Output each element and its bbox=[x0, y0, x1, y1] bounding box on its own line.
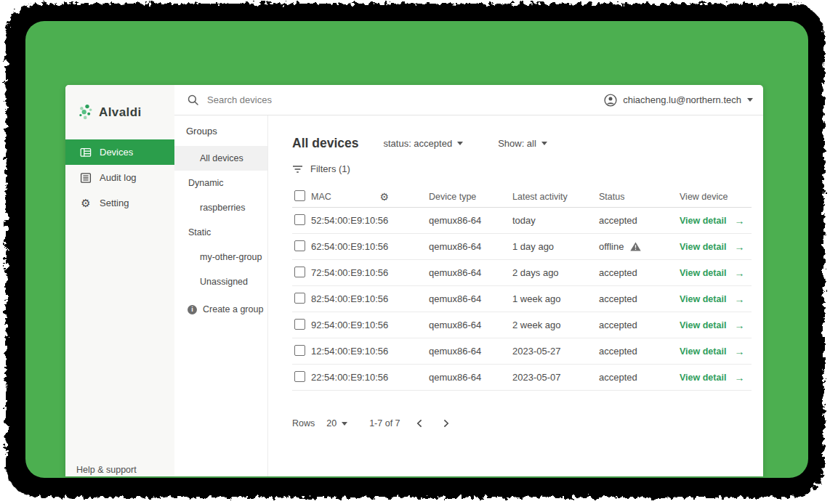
gear-icon: ⚙ bbox=[80, 198, 92, 209]
rows-per-page-value: 20 bbox=[326, 418, 337, 428]
column-header-device-type[interactable]: Device type bbox=[429, 192, 512, 202]
sidebar-item-setting[interactable]: ⚙ Setting bbox=[65, 190, 174, 216]
table-header-row: MAC ⚙ Device type Latest activity Status… bbox=[292, 187, 752, 208]
device-mac: 82:54:00:E9:10:56 bbox=[311, 293, 429, 304]
arrow-right-icon bbox=[734, 215, 744, 227]
filters-label: Filters (1) bbox=[310, 163, 350, 174]
view-detail-link[interactable]: View detail bbox=[680, 215, 752, 227]
column-header-status[interactable]: Status bbox=[599, 192, 680, 202]
table-row[interactable]: 62:54:00:E9:10:56 qemux86-64 1 day ago o… bbox=[292, 234, 752, 260]
main-area: chiacheng.lu@northern.tech Groups All de… bbox=[174, 85, 763, 476]
device-status: offline bbox=[599, 241, 680, 252]
row-checkbox[interactable] bbox=[294, 293, 305, 304]
sidebar-item-audit-log[interactable]: Audit log bbox=[65, 165, 174, 190]
device-type: qemux86-64 bbox=[429, 293, 512, 304]
table-row[interactable]: 72:54:00:E9:10:56 qemux86-64 2 days ago … bbox=[292, 260, 752, 286]
device-mac: 72:54:00:E9:10:56 bbox=[311, 267, 429, 278]
show-filter-dropdown[interactable]: Show: all bbox=[498, 138, 547, 149]
help-support-link[interactable]: Help & support bbox=[65, 465, 174, 476]
latest-activity: 2023-05-07 bbox=[512, 372, 599, 383]
table-row[interactable]: 82:54:00:E9:10:56 qemux86-64 1 week ago … bbox=[292, 286, 752, 312]
device-type: qemux86-64 bbox=[429, 372, 512, 383]
status-text: accepted bbox=[599, 267, 637, 278]
topbar: chiacheng.lu@northern.tech bbox=[174, 85, 763, 115]
rows-per-page-dropdown[interactable]: 20 bbox=[326, 418, 347, 428]
chevron-left-icon bbox=[416, 419, 423, 428]
view-detail-label: View detail bbox=[680, 294, 726, 304]
status-text: offline bbox=[599, 241, 624, 252]
device-status: accepted bbox=[599, 372, 680, 383]
device-type: qemux86-64 bbox=[429, 320, 512, 330]
group-item-all-devices[interactable]: All devices bbox=[174, 146, 267, 171]
view-detail-link[interactable]: View detail bbox=[680, 372, 752, 383]
account-email: chiacheng.lu@northern.tech bbox=[623, 94, 741, 105]
arrow-right-icon bbox=[734, 320, 744, 331]
table-row[interactable]: 22:54:00:E9:10:56 qemux86-64 2023-05-07 … bbox=[292, 365, 752, 391]
devices-icon bbox=[80, 147, 92, 158]
select-all-checkbox[interactable] bbox=[294, 190, 305, 201]
device-mac: 52:54:00:E9:10:56 bbox=[311, 215, 429, 226]
logo-text: Alvaldi bbox=[99, 105, 142, 120]
view-detail-link[interactable]: View detail bbox=[680, 267, 752, 279]
account-icon bbox=[604, 94, 617, 107]
device-status: accepted bbox=[599, 320, 680, 330]
sidebar-item-label: Devices bbox=[100, 147, 133, 158]
view-detail-link[interactable]: View detail bbox=[680, 320, 752, 331]
status-text: accepted bbox=[599, 320, 637, 330]
device-status: accepted bbox=[599, 346, 680, 357]
group-item-raspberries[interactable]: raspberries bbox=[174, 195, 267, 220]
info-icon: i bbox=[188, 305, 197, 314]
arrow-right-icon bbox=[734, 241, 744, 253]
device-status: accepted bbox=[599, 293, 680, 304]
column-header-mac[interactable]: MAC bbox=[311, 192, 331, 202]
page-title: All devices bbox=[292, 136, 358, 151]
status-filter-label: status: accepted bbox=[383, 138, 452, 149]
view-detail-label: View detail bbox=[680, 373, 726, 383]
latest-activity: 2023-05-27 bbox=[512, 346, 599, 357]
rows-label: Rows bbox=[292, 418, 315, 428]
view-detail-label: View detail bbox=[680, 268, 726, 278]
latest-activity: today bbox=[512, 215, 599, 226]
filters-toggle[interactable]: Filters (1) bbox=[292, 161, 752, 176]
table-row[interactable]: 12:54:00:E9:10:56 qemux86-64 2023-05-27 … bbox=[292, 338, 752, 365]
search-input[interactable] bbox=[206, 94, 441, 106]
row-checkbox[interactable] bbox=[294, 267, 305, 277]
status-text: accepted bbox=[599, 293, 637, 304]
group-section-dynamic: Dynamic bbox=[174, 171, 267, 195]
pagination-prev-button[interactable] bbox=[411, 414, 430, 433]
group-item-unassigned[interactable]: Unassigned bbox=[174, 269, 267, 294]
status-filter-dropdown[interactable]: status: accepted bbox=[383, 138, 463, 149]
status-text: accepted bbox=[599, 346, 637, 357]
content: Groups All devices Dynamic raspberries S… bbox=[174, 115, 763, 476]
search-box[interactable] bbox=[188, 94, 604, 106]
column-header-latest-activity[interactable]: Latest activity bbox=[512, 192, 599, 202]
table-row[interactable]: 92:54:00:E9:10:56 qemux86-64 2 week ago … bbox=[292, 312, 752, 338]
create-group-button[interactable]: i Create a group bbox=[174, 304, 267, 314]
row-checkbox[interactable] bbox=[294, 345, 305, 356]
row-checkbox[interactable] bbox=[294, 214, 305, 225]
table-settings-gear-icon[interactable]: ⚙ bbox=[379, 192, 389, 202]
devices-main: All devices status: accepted Show: all bbox=[268, 115, 763, 476]
latest-activity: 1 day ago bbox=[512, 241, 599, 252]
view-detail-link[interactable]: View detail bbox=[680, 293, 752, 305]
row-checkbox[interactable] bbox=[294, 319, 305, 330]
sidebar: Alvaldi Devices bbox=[65, 85, 174, 476]
device-mac: 22:54:00:E9:10:56 bbox=[311, 372, 429, 383]
chevron-right-icon bbox=[443, 419, 449, 428]
sidebar-item-devices[interactable]: Devices bbox=[65, 139, 174, 165]
sidebar-item-label: Audit log bbox=[100, 172, 137, 183]
pagination: Rows 20 1-7 of 7 bbox=[292, 412, 752, 434]
chevron-down-icon bbox=[541, 142, 547, 145]
devices-table: MAC ⚙ Device type Latest activity Status… bbox=[292, 187, 752, 391]
account-menu[interactable]: chiacheng.lu@northern.tech bbox=[604, 94, 753, 107]
group-item-my-other-group[interactable]: my-other-group bbox=[174, 245, 267, 269]
row-checkbox[interactable] bbox=[294, 371, 305, 382]
table-row[interactable]: 52:54:00:E9:10:56 qemux86-64 today accep… bbox=[292, 208, 752, 234]
create-group-label: Create a group bbox=[203, 304, 263, 314]
arrow-right-icon bbox=[734, 372, 744, 383]
row-checkbox[interactable] bbox=[294, 240, 305, 251]
pagination-next-button[interactable] bbox=[437, 414, 456, 433]
view-detail-link[interactable]: View detail bbox=[680, 241, 752, 253]
latest-activity: 1 week ago bbox=[512, 293, 599, 304]
view-detail-link[interactable]: View detail bbox=[680, 346, 752, 357]
